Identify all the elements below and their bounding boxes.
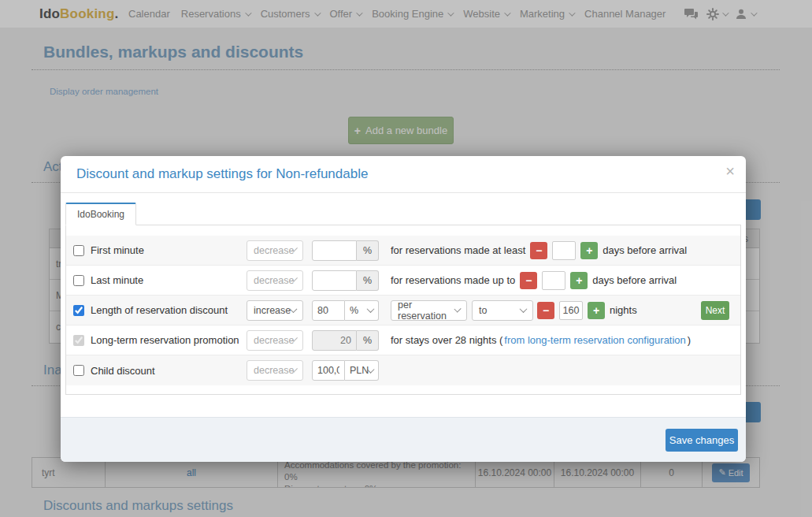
mode-select[interactable]: decrease <box>247 270 303 291</box>
value-group: % <box>312 330 379 351</box>
select-value: to <box>479 305 487 316</box>
select-value: % <box>350 305 358 316</box>
decrement-button[interactable]: − <box>537 302 554 319</box>
discount-value-input <box>312 330 357 351</box>
select-value: decrease <box>254 335 294 346</box>
mode-select: decrease <box>247 330 303 351</box>
modal-footer: Save changes <box>61 417 746 462</box>
first-minute-checkbox[interactable] <box>73 245 84 256</box>
chevron-down-icon <box>367 305 375 313</box>
setting-row-length-of-reservation: Length of reservation discount increase … <box>66 296 740 325</box>
increment-button[interactable]: + <box>588 302 605 319</box>
percent-addon: % <box>357 240 379 261</box>
value-group: % <box>312 270 379 291</box>
child-discount-checkbox[interactable] <box>73 365 84 376</box>
select-value: per reservation <box>398 299 455 322</box>
nights-stepper: − + nights <box>537 301 637 320</box>
row-description: for reservations made at least − + days … <box>391 241 687 260</box>
chevron-down-icon <box>520 305 528 313</box>
days-input[interactable] <box>542 271 565 290</box>
setting-row-long-term: Long-term reservation promotion decrease… <box>66 325 740 355</box>
row-description: for reservations made up to − + days bef… <box>391 271 677 290</box>
increment-button[interactable]: + <box>580 242 598 259</box>
next-button[interactable]: Next <box>701 301 729 320</box>
desc-text: days before arrival <box>592 274 677 286</box>
desc-text: ) <box>688 334 691 346</box>
unit-select[interactable]: % <box>345 300 379 321</box>
decrement-button[interactable]: − <box>520 272 537 289</box>
desc-text: nights <box>610 304 637 316</box>
tab-nav: IdoBooking <box>65 203 741 225</box>
row-description: for stays over 28 nights (from long-term… <box>391 334 691 346</box>
discount-value-input[interactable] <box>312 240 357 261</box>
decrement-button[interactable]: − <box>530 242 547 259</box>
last-minute-checkbox[interactable] <box>73 275 84 286</box>
mode-select[interactable]: decrease <box>247 360 303 381</box>
desc-text: for reservations made up to <box>391 274 515 286</box>
setting-label: Last minute <box>91 274 247 286</box>
setting-row-first-minute: First minute decrease % for reservations… <box>66 236 740 266</box>
value-group: % <box>312 300 379 321</box>
select-value: decrease <box>254 245 294 256</box>
discount-value-input[interactable] <box>312 270 357 291</box>
setting-label: Long-term reservation promotion <box>91 334 247 346</box>
modal-body: IdoBooking First minute decrease % for r… <box>61 193 746 395</box>
settings-panel: First minute decrease % for reservations… <box>65 225 741 395</box>
desc-text: for stays over 28 nights ( <box>391 334 502 346</box>
mode-select[interactable]: increase <box>247 300 303 321</box>
save-changes-button[interactable]: Save changes <box>666 429 738 452</box>
modal-header: Discount and markup settings for Non-ref… <box>61 156 746 193</box>
percent-addon: % <box>357 330 379 351</box>
nights-input[interactable] <box>559 301 583 320</box>
discount-value-input[interactable] <box>312 360 345 381</box>
scope-select[interactable]: per reservation <box>391 300 467 321</box>
currency-select[interactable]: PLN <box>345 360 379 381</box>
setting-row-last-minute: Last minute decrease % for reservations … <box>66 266 740 296</box>
modal-title: Discount and markup settings for Non-ref… <box>76 166 368 182</box>
select-value: decrease <box>254 365 294 376</box>
desc-text: days before arrival <box>603 244 687 256</box>
select-value: PLN <box>350 365 369 376</box>
tab-idobooking[interactable]: IdoBooking <box>65 203 136 225</box>
discount-value-input[interactable] <box>312 300 345 321</box>
setting-label: First minute <box>91 244 247 256</box>
desc-text: for reservations made at least <box>391 244 525 256</box>
discount-settings-modal: Discount and markup settings for Non-ref… <box>61 156 746 462</box>
setting-row-child-discount: Child discount decrease PLN <box>66 355 740 385</box>
select-value: decrease <box>254 275 294 286</box>
increment-button[interactable]: + <box>570 272 588 289</box>
long-term-config-link[interactable]: from long-term reservation configuration <box>504 334 686 346</box>
setting-label: Child discount <box>91 365 247 377</box>
value-group: % <box>312 240 379 261</box>
range-select[interactable]: to <box>472 300 533 321</box>
days-input[interactable] <box>552 241 576 260</box>
mode-select[interactable]: decrease <box>247 240 303 261</box>
close-icon[interactable]: × <box>725 163 735 179</box>
select-value: increase <box>254 305 291 316</box>
value-group: PLN <box>312 360 379 381</box>
percent-addon: % <box>357 270 379 291</box>
setting-label: Length of reservation discount <box>91 304 247 316</box>
length-discount-checkbox[interactable] <box>73 305 84 316</box>
long-term-checkbox <box>73 335 84 346</box>
